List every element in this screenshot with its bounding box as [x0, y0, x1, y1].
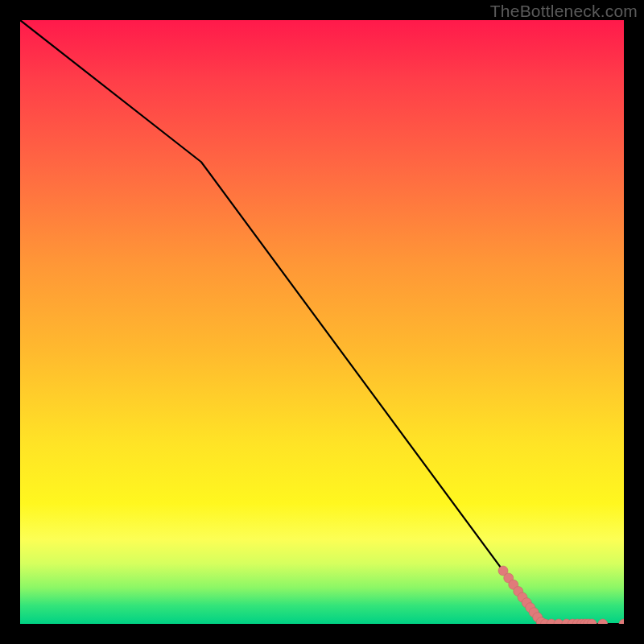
chart-svg: [20, 20, 624, 624]
curve-path: [20, 20, 624, 624]
data-point: [598, 619, 608, 624]
chart-frame: TheBottleneck.com: [0, 0, 644, 644]
watermark-text: TheBottleneck.com: [490, 2, 638, 21]
line-layer: [20, 20, 624, 624]
plot-area: [20, 20, 624, 624]
marker-layer: [498, 566, 624, 624]
data-point: [619, 619, 624, 624]
